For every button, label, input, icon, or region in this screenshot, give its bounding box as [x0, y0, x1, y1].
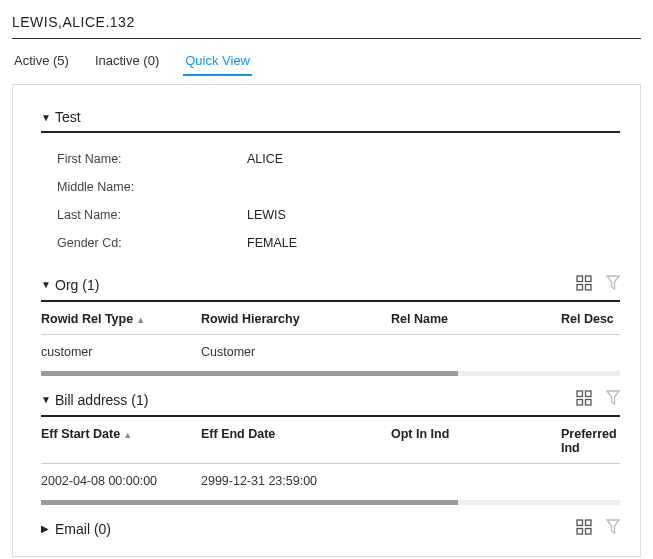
hscroll-track [41, 500, 620, 505]
col-rel-name[interactable]: Rel Name [391, 312, 561, 326]
grid-icon[interactable] [576, 390, 592, 409]
col-label: Rowid Rel Type [41, 312, 133, 326]
cell [561, 474, 620, 488]
section-header-org: ▼ Org (1) [41, 271, 620, 302]
svg-rect-1 [586, 276, 592, 282]
cell [561, 345, 620, 359]
field-row-gender: Gender Cd: FEMALE [57, 229, 620, 257]
sort-asc-icon: ▲ [123, 430, 132, 440]
caret-down-icon[interactable]: ▼ [41, 394, 55, 405]
field-row-first-name: First Name: ALICE [57, 145, 620, 173]
section-title-email: Email (0) [55, 521, 576, 537]
sort-asc-icon: ▲ [136, 315, 145, 325]
cell: 2002-04-08 00:00:00 [41, 474, 201, 488]
table-row[interactable]: customer Customer [41, 335, 620, 369]
col-eff-start-date[interactable]: Eff Start Date▲ [41, 427, 201, 455]
cell [391, 474, 561, 488]
col-rowid-rel-type[interactable]: Rowid Rel Type▲ [41, 312, 201, 326]
table-row[interactable]: 2002-04-08 00:00:00 2999-12-31 23:59:00 [41, 464, 620, 498]
col-rel-desc[interactable]: Rel Desc [561, 312, 620, 326]
bill-address-table: Eff Start Date▲ Eff End Date Opt In Ind … [41, 417, 620, 505]
col-eff-end-date[interactable]: Eff End Date [201, 427, 391, 455]
tab-active[interactable]: Active (5) [12, 49, 71, 76]
field-label: Last Name: [57, 208, 247, 222]
tab-quick-view[interactable]: Quick View [183, 49, 252, 76]
caret-down-icon[interactable]: ▼ [41, 279, 55, 290]
filter-icon[interactable] [606, 519, 620, 538]
hscroll[interactable] [41, 500, 620, 505]
svg-rect-9 [586, 520, 592, 526]
cell: Customer [201, 345, 391, 359]
cell: 2999-12-31 23:59:00 [201, 474, 391, 488]
tabs: Active (5) Inactive (0) Quick View [12, 39, 641, 76]
section-header-bill-address: ▼ Bill address (1) [41, 386, 620, 417]
grid-icon[interactable] [576, 275, 592, 294]
hscroll-track [41, 371, 620, 376]
svg-rect-8 [577, 520, 583, 526]
col-label: Eff Start Date [41, 427, 120, 441]
field-value: FEMALE [247, 236, 297, 250]
col-rowid-hierarchy[interactable]: Rowid Hierarchy [201, 312, 391, 326]
field-label: Gender Cd: [57, 236, 247, 250]
svg-rect-4 [577, 391, 583, 397]
cell: customer [41, 345, 201, 359]
col-opt-in-ind[interactable]: Opt In Ind [391, 427, 561, 455]
section-title-org: Org (1) [55, 277, 576, 293]
field-row-middle-name: Middle Name: [57, 173, 620, 201]
table-header: Rowid Rel Type▲ Rowid Hierarchy Rel Name… [41, 302, 620, 335]
tab-inactive[interactable]: Inactive (0) [93, 49, 161, 76]
test-fields: First Name: ALICE Middle Name: Last Name… [41, 133, 620, 267]
filter-icon[interactable] [606, 275, 620, 294]
caret-right-icon[interactable]: ▶ [41, 523, 55, 534]
svg-rect-3 [586, 285, 592, 291]
filter-icon[interactable] [606, 390, 620, 409]
page-title: LEWIS,ALICE.132 [12, 10, 641, 39]
svg-rect-6 [577, 400, 583, 406]
grid-icon[interactable] [576, 519, 592, 538]
table-header: Eff Start Date▲ Eff End Date Opt In Ind … [41, 417, 620, 464]
org-table: Rowid Rel Type▲ Rowid Hierarchy Rel Name… [41, 302, 620, 376]
svg-rect-7 [586, 400, 592, 406]
hscroll[interactable] [41, 371, 620, 376]
svg-rect-10 [577, 529, 583, 535]
field-row-last-name: Last Name: LEWIS [57, 201, 620, 229]
hscroll-thumb[interactable] [41, 371, 458, 376]
field-label: First Name: [57, 152, 247, 166]
field-value: LEWIS [247, 208, 286, 222]
caret-down-icon[interactable]: ▼ [41, 112, 55, 123]
section-title-test: Test [55, 109, 620, 125]
quick-view-panel: ▼ Test First Name: ALICE Middle Name: La… [12, 84, 641, 557]
svg-rect-11 [586, 529, 592, 535]
cell [391, 345, 561, 359]
svg-rect-2 [577, 285, 583, 291]
col-preferred-ind[interactable]: Preferred Ind [561, 427, 620, 455]
svg-rect-0 [577, 276, 583, 282]
section-title-bill-address: Bill address (1) [55, 392, 576, 408]
section-header-test: ▼ Test [41, 105, 620, 133]
field-value: ALICE [247, 152, 283, 166]
hscroll-thumb[interactable] [41, 500, 458, 505]
svg-rect-5 [586, 391, 592, 397]
section-header-email: ▶ Email (0) [41, 515, 620, 544]
field-label: Middle Name: [57, 180, 247, 194]
